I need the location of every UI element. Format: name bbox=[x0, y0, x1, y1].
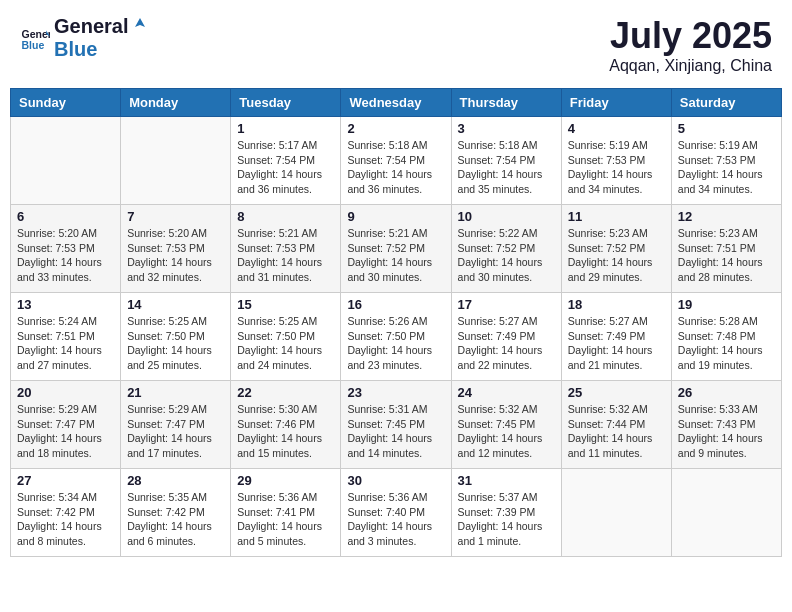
day-number: 19 bbox=[678, 297, 775, 312]
day-number: 1 bbox=[237, 121, 334, 136]
cell-info: Sunrise: 5:18 AMSunset: 7:54 PMDaylight:… bbox=[458, 138, 555, 197]
title-section: July 2025 Aqqan, Xinjiang, China bbox=[609, 15, 772, 75]
cell-info: Sunrise: 5:21 AMSunset: 7:52 PMDaylight:… bbox=[347, 226, 444, 285]
cell-info: Sunrise: 5:18 AMSunset: 7:54 PMDaylight:… bbox=[347, 138, 444, 197]
day-number: 30 bbox=[347, 473, 444, 488]
day-number: 2 bbox=[347, 121, 444, 136]
calendar-cell: 16Sunrise: 5:26 AMSunset: 7:50 PMDayligh… bbox=[341, 293, 451, 381]
cell-info: Sunrise: 5:20 AMSunset: 7:53 PMDaylight:… bbox=[127, 226, 224, 285]
calendar-cell: 5Sunrise: 5:19 AMSunset: 7:53 PMDaylight… bbox=[671, 117, 781, 205]
cell-info: Sunrise: 5:25 AMSunset: 7:50 PMDaylight:… bbox=[127, 314, 224, 373]
day-number: 13 bbox=[17, 297, 114, 312]
day-number: 9 bbox=[347, 209, 444, 224]
day-number: 28 bbox=[127, 473, 224, 488]
calendar-cell bbox=[11, 117, 121, 205]
cell-info: Sunrise: 5:21 AMSunset: 7:53 PMDaylight:… bbox=[237, 226, 334, 285]
day-number: 5 bbox=[678, 121, 775, 136]
cell-info: Sunrise: 5:33 AMSunset: 7:43 PMDaylight:… bbox=[678, 402, 775, 461]
cell-info: Sunrise: 5:19 AMSunset: 7:53 PMDaylight:… bbox=[568, 138, 665, 197]
day-number: 16 bbox=[347, 297, 444, 312]
weekday-header: Thursday bbox=[451, 89, 561, 117]
calendar-cell: 14Sunrise: 5:25 AMSunset: 7:50 PMDayligh… bbox=[121, 293, 231, 381]
calendar-cell: 11Sunrise: 5:23 AMSunset: 7:52 PMDayligh… bbox=[561, 205, 671, 293]
day-number: 31 bbox=[458, 473, 555, 488]
logo-blue-text: Blue bbox=[54, 38, 97, 60]
day-number: 24 bbox=[458, 385, 555, 400]
calendar-cell: 8Sunrise: 5:21 AMSunset: 7:53 PMDaylight… bbox=[231, 205, 341, 293]
cell-info: Sunrise: 5:34 AMSunset: 7:42 PMDaylight:… bbox=[17, 490, 114, 549]
calendar-table: SundayMondayTuesdayWednesdayThursdayFrid… bbox=[10, 88, 782, 557]
calendar-cell: 15Sunrise: 5:25 AMSunset: 7:50 PMDayligh… bbox=[231, 293, 341, 381]
calendar-cell: 23Sunrise: 5:31 AMSunset: 7:45 PMDayligh… bbox=[341, 381, 451, 469]
weekday-header: Friday bbox=[561, 89, 671, 117]
cell-info: Sunrise: 5:22 AMSunset: 7:52 PMDaylight:… bbox=[458, 226, 555, 285]
day-number: 20 bbox=[17, 385, 114, 400]
cell-info: Sunrise: 5:29 AMSunset: 7:47 PMDaylight:… bbox=[127, 402, 224, 461]
weekday-header: Sunday bbox=[11, 89, 121, 117]
calendar-cell: 24Sunrise: 5:32 AMSunset: 7:45 PMDayligh… bbox=[451, 381, 561, 469]
calendar-cell: 12Sunrise: 5:23 AMSunset: 7:51 PMDayligh… bbox=[671, 205, 781, 293]
calendar-cell: 10Sunrise: 5:22 AMSunset: 7:52 PMDayligh… bbox=[451, 205, 561, 293]
day-number: 11 bbox=[568, 209, 665, 224]
day-number: 3 bbox=[458, 121, 555, 136]
calendar-cell: 7Sunrise: 5:20 AMSunset: 7:53 PMDaylight… bbox=[121, 205, 231, 293]
calendar-cell: 17Sunrise: 5:27 AMSunset: 7:49 PMDayligh… bbox=[451, 293, 561, 381]
page-header: General Blue General Blue July 2025 Aqqa… bbox=[10, 10, 782, 80]
weekday-header: Tuesday bbox=[231, 89, 341, 117]
calendar-cell bbox=[121, 117, 231, 205]
svg-marker-3 bbox=[135, 18, 145, 27]
calendar-cell: 3Sunrise: 5:18 AMSunset: 7:54 PMDaylight… bbox=[451, 117, 561, 205]
calendar-week-row: 6Sunrise: 5:20 AMSunset: 7:53 PMDaylight… bbox=[11, 205, 782, 293]
calendar-cell: 4Sunrise: 5:19 AMSunset: 7:53 PMDaylight… bbox=[561, 117, 671, 205]
calendar-week-row: 20Sunrise: 5:29 AMSunset: 7:47 PMDayligh… bbox=[11, 381, 782, 469]
day-number: 14 bbox=[127, 297, 224, 312]
calendar-cell: 28Sunrise: 5:35 AMSunset: 7:42 PMDayligh… bbox=[121, 469, 231, 557]
calendar-cell: 6Sunrise: 5:20 AMSunset: 7:53 PMDaylight… bbox=[11, 205, 121, 293]
day-number: 8 bbox=[237, 209, 334, 224]
cell-info: Sunrise: 5:35 AMSunset: 7:42 PMDaylight:… bbox=[127, 490, 224, 549]
day-number: 17 bbox=[458, 297, 555, 312]
day-number: 10 bbox=[458, 209, 555, 224]
cell-info: Sunrise: 5:31 AMSunset: 7:45 PMDaylight:… bbox=[347, 402, 444, 461]
cell-info: Sunrise: 5:24 AMSunset: 7:51 PMDaylight:… bbox=[17, 314, 114, 373]
calendar-cell: 26Sunrise: 5:33 AMSunset: 7:43 PMDayligh… bbox=[671, 381, 781, 469]
calendar-week-row: 13Sunrise: 5:24 AMSunset: 7:51 PMDayligh… bbox=[11, 293, 782, 381]
calendar-cell: 1Sunrise: 5:17 AMSunset: 7:54 PMDaylight… bbox=[231, 117, 341, 205]
cell-info: Sunrise: 5:29 AMSunset: 7:47 PMDaylight:… bbox=[17, 402, 114, 461]
calendar-cell: 18Sunrise: 5:27 AMSunset: 7:49 PMDayligh… bbox=[561, 293, 671, 381]
day-number: 7 bbox=[127, 209, 224, 224]
calendar-cell: 20Sunrise: 5:29 AMSunset: 7:47 PMDayligh… bbox=[11, 381, 121, 469]
weekday-header: Saturday bbox=[671, 89, 781, 117]
day-number: 12 bbox=[678, 209, 775, 224]
weekday-header: Monday bbox=[121, 89, 231, 117]
calendar-cell: 21Sunrise: 5:29 AMSunset: 7:47 PMDayligh… bbox=[121, 381, 231, 469]
calendar-cell: 13Sunrise: 5:24 AMSunset: 7:51 PMDayligh… bbox=[11, 293, 121, 381]
calendar-week-row: 27Sunrise: 5:34 AMSunset: 7:42 PMDayligh… bbox=[11, 469, 782, 557]
calendar-cell: 9Sunrise: 5:21 AMSunset: 7:52 PMDaylight… bbox=[341, 205, 451, 293]
calendar-cell: 30Sunrise: 5:36 AMSunset: 7:40 PMDayligh… bbox=[341, 469, 451, 557]
day-number: 23 bbox=[347, 385, 444, 400]
day-number: 25 bbox=[568, 385, 665, 400]
day-number: 26 bbox=[678, 385, 775, 400]
cell-info: Sunrise: 5:28 AMSunset: 7:48 PMDaylight:… bbox=[678, 314, 775, 373]
cell-info: Sunrise: 5:17 AMSunset: 7:54 PMDaylight:… bbox=[237, 138, 334, 197]
logo: General Blue General Blue bbox=[20, 15, 152, 61]
cell-info: Sunrise: 5:23 AMSunset: 7:51 PMDaylight:… bbox=[678, 226, 775, 285]
cell-info: Sunrise: 5:32 AMSunset: 7:44 PMDaylight:… bbox=[568, 402, 665, 461]
cell-info: Sunrise: 5:27 AMSunset: 7:49 PMDaylight:… bbox=[568, 314, 665, 373]
day-number: 21 bbox=[127, 385, 224, 400]
cell-info: Sunrise: 5:25 AMSunset: 7:50 PMDaylight:… bbox=[237, 314, 334, 373]
svg-text:Blue: Blue bbox=[22, 39, 45, 51]
calendar-cell bbox=[561, 469, 671, 557]
logo-flag-icon bbox=[129, 16, 151, 38]
calendar-cell: 31Sunrise: 5:37 AMSunset: 7:39 PMDayligh… bbox=[451, 469, 561, 557]
location-subtitle: Aqqan, Xinjiang, China bbox=[609, 57, 772, 75]
cell-info: Sunrise: 5:32 AMSunset: 7:45 PMDaylight:… bbox=[458, 402, 555, 461]
day-number: 29 bbox=[237, 473, 334, 488]
day-number: 18 bbox=[568, 297, 665, 312]
logo-general-text: General bbox=[54, 15, 128, 38]
month-year-title: July 2025 bbox=[609, 15, 772, 57]
calendar-cell: 22Sunrise: 5:30 AMSunset: 7:46 PMDayligh… bbox=[231, 381, 341, 469]
day-number: 22 bbox=[237, 385, 334, 400]
cell-info: Sunrise: 5:37 AMSunset: 7:39 PMDaylight:… bbox=[458, 490, 555, 549]
